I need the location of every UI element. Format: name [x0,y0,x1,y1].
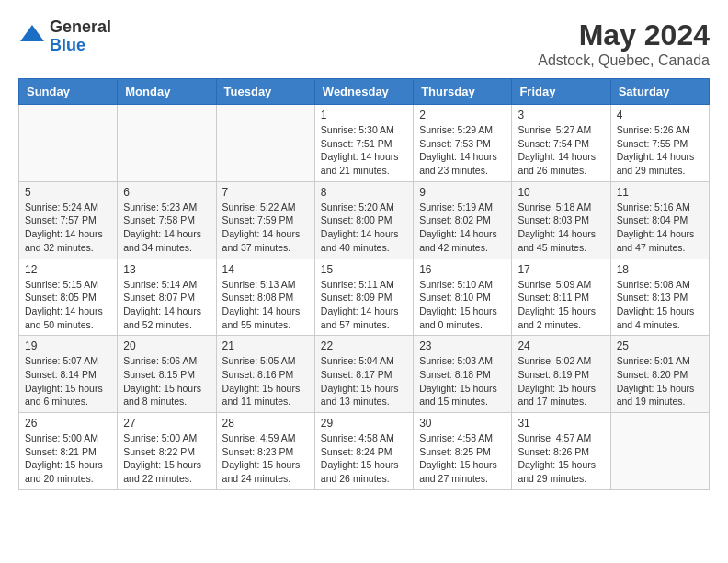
calendar-cell: 28Sunrise: 4:59 AM Sunset: 8:23 PM Dayli… [216,413,314,490]
calendar-cell: 14Sunrise: 5:13 AM Sunset: 8:08 PM Dayli… [216,259,314,336]
day-number: 23 [419,339,506,352]
calendar-cell: 13Sunrise: 5:14 AM Sunset: 8:07 PM Dayli… [118,259,216,336]
day-number: 12 [25,263,111,276]
day-info: Sunrise: 5:01 AM Sunset: 8:20 PM Dayligh… [617,354,703,408]
day-number: 8 [321,186,407,199]
day-info: Sunrise: 5:18 AM Sunset: 8:03 PM Dayligh… [518,201,604,255]
calendar-cell: 29Sunrise: 4:58 AM Sunset: 8:24 PM Dayli… [314,413,413,490]
title-section: May 2024 Adstock, Quebec, Canada [538,18,710,69]
calendar-cell: 23Sunrise: 5:03 AM Sunset: 8:18 PM Dayli… [414,336,512,413]
calendar-cell: 31Sunrise: 4:57 AM Sunset: 8:26 PM Dayli… [512,413,610,490]
day-info: Sunrise: 5:06 AM Sunset: 8:15 PM Dayligh… [123,354,210,408]
day-number: 13 [123,263,210,276]
day-info: Sunrise: 5:14 AM Sunset: 8:07 PM Dayligh… [123,278,210,332]
day-number: 14 [222,263,309,276]
day-number: 19 [25,339,111,352]
calendar-week-0: 1Sunrise: 5:30 AM Sunset: 7:51 PM Daylig… [19,105,710,182]
day-info: Sunrise: 5:05 AM Sunset: 8:16 PM Dayligh… [222,354,309,408]
calendar-cell: 15Sunrise: 5:11 AM Sunset: 8:09 PM Dayli… [314,259,413,336]
day-info: Sunrise: 5:09 AM Sunset: 8:11 PM Dayligh… [518,278,604,332]
day-info: Sunrise: 5:10 AM Sunset: 8:10 PM Dayligh… [419,278,506,332]
day-info: Sunrise: 5:03 AM Sunset: 8:18 PM Dayligh… [419,354,506,408]
logo: General Blue [18,18,111,55]
day-info: Sunrise: 5:27 AM Sunset: 7:54 PM Dayligh… [518,123,604,178]
day-number: 11 [617,186,703,199]
calendar-header-saturday: Saturday [610,79,709,105]
day-info: Sunrise: 4:58 AM Sunset: 8:25 PM Dayligh… [419,431,506,486]
calendar-cell [610,413,709,490]
calendar-table: SundayMondayTuesdayWednesdayThursdayFrid… [18,78,710,490]
day-number: 6 [123,186,210,199]
logo-general: General [50,18,111,37]
day-number: 15 [321,263,407,276]
calendar-header-monday: Monday [118,79,216,105]
calendar-cell: 9Sunrise: 5:19 AM Sunset: 8:02 PM Daylig… [414,181,512,259]
day-number: 3 [518,109,604,121]
calendar-cell: 7Sunrise: 5:22 AM Sunset: 7:59 PM Daylig… [216,181,314,259]
calendar-cell: 10Sunrise: 5:18 AM Sunset: 8:03 PM Dayli… [512,181,610,259]
calendar-cell: 27Sunrise: 5:00 AM Sunset: 8:22 PM Dayli… [118,413,216,490]
day-info: Sunrise: 5:30 AM Sunset: 7:51 PM Dayligh… [321,123,407,178]
day-info: Sunrise: 5:23 AM Sunset: 7:58 PM Dayligh… [123,201,210,255]
day-number: 16 [419,263,506,276]
day-info: Sunrise: 5:07 AM Sunset: 8:14 PM Dayligh… [25,354,111,408]
calendar-cell: 25Sunrise: 5:01 AM Sunset: 8:20 PM Dayli… [610,336,709,413]
calendar-cell: 1Sunrise: 5:30 AM Sunset: 7:51 PM Daylig… [314,105,413,182]
calendar-header-row: SundayMondayTuesdayWednesdayThursdayFrid… [19,79,710,105]
day-number: 27 [123,417,210,430]
day-info: Sunrise: 5:00 AM Sunset: 8:21 PM Dayligh… [25,431,111,486]
day-info: Sunrise: 5:20 AM Sunset: 8:00 PM Dayligh… [321,201,407,255]
calendar-cell: 24Sunrise: 5:02 AM Sunset: 8:19 PM Dayli… [512,336,610,413]
calendar-cell: 12Sunrise: 5:15 AM Sunset: 8:05 PM Dayli… [19,259,118,336]
calendar-header-tuesday: Tuesday [216,79,314,105]
calendar-header-wednesday: Wednesday [314,79,413,105]
calendar-header-sunday: Sunday [19,79,118,105]
day-info: Sunrise: 5:08 AM Sunset: 8:13 PM Dayligh… [617,278,703,332]
calendar-cell [118,105,216,182]
calendar-cell: 6Sunrise: 5:23 AM Sunset: 7:58 PM Daylig… [118,181,216,259]
day-number: 21 [222,339,309,352]
location: Adstock, Quebec, Canada [538,52,710,69]
day-info: Sunrise: 5:13 AM Sunset: 8:08 PM Dayligh… [222,278,309,332]
calendar-cell: 5Sunrise: 5:24 AM Sunset: 7:57 PM Daylig… [19,181,118,259]
logo-text: General Blue [50,18,111,55]
calendar-cell: 3Sunrise: 5:27 AM Sunset: 7:54 PM Daylig… [512,105,610,182]
calendar-week-4: 26Sunrise: 5:00 AM Sunset: 8:21 PM Dayli… [19,413,710,490]
page-header: General Blue May 2024 Adstock, Quebec, C… [18,18,710,69]
day-number: 30 [419,417,506,430]
day-number: 26 [25,417,111,430]
day-number: 2 [419,109,506,121]
day-number: 1 [321,109,407,121]
calendar-cell: 2Sunrise: 5:29 AM Sunset: 7:53 PM Daylig… [414,105,512,182]
month-title: May 2024 [538,18,710,52]
day-number: 20 [123,339,210,352]
calendar-cell: 20Sunrise: 5:06 AM Sunset: 8:15 PM Dayli… [118,336,216,413]
calendar-week-1: 5Sunrise: 5:24 AM Sunset: 7:57 PM Daylig… [19,181,710,259]
day-number: 17 [518,263,604,276]
calendar-cell: 4Sunrise: 5:26 AM Sunset: 7:55 PM Daylig… [610,105,709,182]
day-number: 24 [518,339,604,352]
calendar-week-3: 19Sunrise: 5:07 AM Sunset: 8:14 PM Dayli… [19,336,710,413]
calendar-header-friday: Friday [512,79,610,105]
calendar-cell: 8Sunrise: 5:20 AM Sunset: 8:00 PM Daylig… [314,181,413,259]
day-info: Sunrise: 5:16 AM Sunset: 8:04 PM Dayligh… [617,201,703,255]
logo-blue: Blue [50,37,111,55]
calendar-header-thursday: Thursday [414,79,512,105]
day-info: Sunrise: 5:22 AM Sunset: 7:59 PM Dayligh… [222,201,309,255]
calendar-cell: 21Sunrise: 5:05 AM Sunset: 8:16 PM Dayli… [216,336,314,413]
calendar-cell: 26Sunrise: 5:00 AM Sunset: 8:21 PM Dayli… [19,413,118,490]
calendar-cell: 19Sunrise: 5:07 AM Sunset: 8:14 PM Dayli… [19,336,118,413]
day-info: Sunrise: 5:11 AM Sunset: 8:09 PM Dayligh… [321,278,407,332]
calendar-cell: 30Sunrise: 4:58 AM Sunset: 8:25 PM Dayli… [414,413,512,490]
day-number: 31 [518,417,604,430]
calendar-cell [216,105,314,182]
day-info: Sunrise: 4:59 AM Sunset: 8:23 PM Dayligh… [222,431,309,486]
day-info: Sunrise: 4:57 AM Sunset: 8:26 PM Dayligh… [518,431,604,486]
logo-icon [18,23,46,51]
day-info: Sunrise: 5:00 AM Sunset: 8:22 PM Dayligh… [123,431,210,486]
calendar-cell: 17Sunrise: 5:09 AM Sunset: 8:11 PM Dayli… [512,259,610,336]
day-number: 18 [617,263,703,276]
day-info: Sunrise: 5:29 AM Sunset: 7:53 PM Dayligh… [419,123,506,178]
day-number: 22 [321,339,407,352]
day-number: 9 [419,186,506,199]
